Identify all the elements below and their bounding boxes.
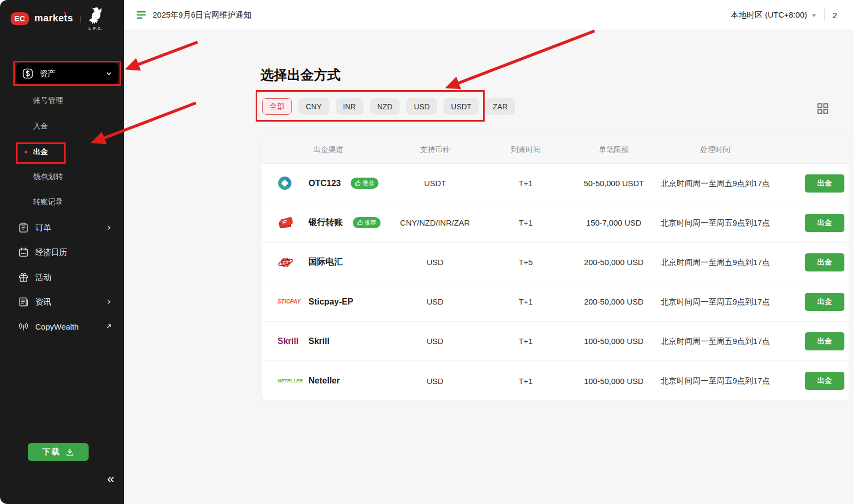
collapse-sidebar-icon[interactable]: « [107, 471, 114, 486]
arrival-cell: T+1 [475, 179, 576, 188]
sidebar-item-economic-calendar[interactable]: 经济日历 [18, 242, 120, 263]
caret-down-icon [812, 14, 816, 17]
withdraw-button[interactable]: 出金 [805, 214, 844, 232]
sidebar-item-wallet-transfer[interactable]: 钱包划转 [33, 172, 63, 182]
skrill-logo: Skrill [278, 337, 298, 346]
brand-logo: EC markets | L.F.C. [11, 6, 104, 30]
filter-usd[interactable]: USD [406, 98, 437, 115]
sidebar-item-label: 出金 [33, 147, 48, 156]
col-header-currencies: 支持币种 [395, 145, 475, 155]
channel-name: Skrill [309, 337, 329, 346]
withdraw-button[interactable]: 出金 [805, 372, 844, 390]
liver-bird-icon [88, 6, 104, 26]
recommend-label: 推荐 [362, 179, 374, 187]
limit-cell: 200-50,000 USD [576, 297, 651, 306]
wire-transfer-icon [278, 255, 294, 269]
filter-all[interactable]: 全部 [262, 98, 292, 115]
channel-name: OTC123 [309, 179, 341, 188]
sidebar-item-copywealth[interactable]: CopyWealth [18, 316, 120, 337]
limit-cell: 100-50,000 USD [576, 377, 651, 386]
external-link-icon [106, 323, 112, 330]
announcement-list-icon [137, 11, 147, 19]
sidebar: EC markets | L.F.C. 资产 账号管理 入金 出 [0, 0, 124, 504]
topbar: 2025年9月6日官网维护通知 本地时区 (UTC+8:00) 2 [124, 0, 854, 30]
neteller-logo: NETELLER [278, 378, 303, 383]
ec-logo: EC [11, 12, 29, 25]
sidebar-item-activities[interactable]: 活动 [18, 267, 120, 288]
arrival-cell: T+1 [475, 337, 576, 346]
news-icon [18, 297, 29, 307]
recommend-label: 推荐 [365, 219, 376, 227]
sidebar-item-assets[interactable]: 资产 [16, 63, 118, 84]
processing-cell: 北京时间周一至周五9点到17点 [651, 177, 779, 189]
sidebar-item-orders[interactable]: 订单 [18, 217, 120, 238]
chevron-right-icon [106, 299, 112, 305]
page-title: 选择出金方式 [260, 66, 341, 84]
withdraw-button[interactable]: 出金 [805, 332, 844, 350]
sidebar-item-withdraw[interactable]: 出金 [33, 147, 48, 157]
sidebar-item-account-management[interactable]: 账号管理 [33, 96, 63, 106]
topbar-divider [824, 9, 825, 21]
arrival-cell: T+1 [475, 377, 576, 386]
download-label: 下载 [43, 447, 61, 457]
currencies-cell: USD [395, 377, 475, 386]
table-row: OTC123 推荐 USDT T+1 50-50,000 USDT 北京时间周一… [262, 164, 849, 203]
currencies-cell: USD [395, 258, 475, 267]
lfc-label: L.F.C. [89, 27, 103, 30]
calendar-icon [18, 247, 29, 258]
bank-transfer-icon [278, 217, 294, 229]
filter-nzd[interactable]: NZD [370, 98, 400, 115]
notice-link[interactable]: 2025年9月6日官网维护通知 [137, 10, 251, 20]
filter-inr[interactable]: INR [336, 98, 363, 115]
gift-icon [18, 272, 29, 283]
table-row: 国际电汇 USD T+5 200-50,000 USD 北京时间周一至周五9点到… [262, 243, 849, 282]
limit-cell: 150-7,000 USD [576, 218, 651, 227]
col-header-processing: 处理时间 [651, 145, 779, 155]
app-window: EC markets | L.F.C. 资产 账号管理 入金 出 [0, 0, 854, 504]
processing-cell: 北京时间周一至周五9点到17点 [651, 374, 779, 387]
col-header-channel: 出金渠道 [262, 145, 395, 155]
broadcast-icon [18, 321, 29, 332]
table-row: NETELLER Neteller USD T+1 100-50,000 USD… [262, 361, 849, 401]
channel-name: Neteller [309, 376, 340, 386]
processing-cell: 北京时间周一至周五9点到17点 [651, 335, 779, 347]
withdraw-button[interactable]: 出金 [805, 253, 844, 271]
table-row: STICPAY Sticpay-EP USD T+1 200-50,000 US… [262, 282, 849, 322]
thumbs-up-icon [355, 180, 361, 186]
sidebar-item-label: CopyWealth [35, 322, 78, 331]
clock-text: 2 [833, 11, 854, 20]
sidebar-item-transfer-records[interactable]: 转账记录 [33, 197, 63, 207]
chevron-down-icon [106, 70, 112, 77]
currencies-cell: USDT [395, 179, 475, 188]
grid-view-icon[interactable] [817, 103, 828, 114]
download-icon [66, 448, 74, 457]
sidebar-item-label: 经济日历 [35, 247, 67, 258]
sidebar-item-news[interactable]: 资讯 [18, 291, 120, 313]
sticpay-logo: STICPAY [278, 299, 301, 305]
download-button[interactable]: 下载 [28, 443, 89, 461]
dollar-icon [22, 68, 33, 79]
arrival-cell: T+5 [475, 258, 576, 267]
chevron-right-icon [106, 225, 112, 231]
table-row: Skrill Skrill USD T+1 100-50,000 USD 北京时… [262, 322, 849, 361]
timezone-selector[interactable]: 本地时区 (UTC+8:00) [731, 10, 807, 20]
filter-cny[interactable]: CNY [298, 98, 329, 115]
col-header-limit: 单笔限额 [576, 145, 651, 155]
col-header-arrival: 到账时间 [475, 145, 576, 155]
active-dot [25, 151, 27, 154]
processing-cell: 北京时间周一至周五9点到17点 [651, 256, 779, 268]
filter-usdt[interactable]: USDT [444, 98, 479, 115]
sidebar-item-label: 资产 [39, 69, 56, 79]
withdraw-button[interactable]: 出金 [805, 174, 844, 193]
currencies-cell: USD [395, 337, 475, 346]
arrival-cell: T+1 [475, 297, 576, 306]
withdraw-button[interactable]: 出金 [805, 293, 844, 311]
table-row: 银行转账 推荐 CNY/NZD/INR/ZAR T+1 150-7,000 US… [262, 203, 849, 243]
sidebar-item-deposit[interactable]: 入金 [33, 122, 48, 131]
filter-zar[interactable]: ZAR [485, 98, 515, 115]
limit-cell: 50-50,000 USDT [576, 179, 651, 188]
thumbs-up-icon [357, 220, 363, 226]
markets-wordmark: markets [34, 13, 73, 24]
currencies-cell: USD [395, 297, 475, 306]
channel-name: Sticpay-EP [309, 297, 353, 307]
